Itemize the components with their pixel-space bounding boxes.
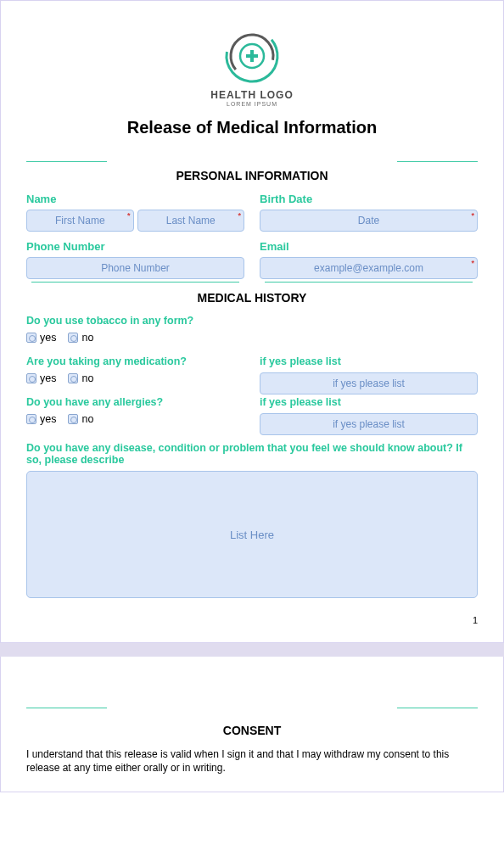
allergies-list-label: if yes please list <box>260 396 478 408</box>
tobacco-no-radio[interactable]: no <box>68 332 93 344</box>
logo: HEALTH LOGO LOREM IPSUM <box>26 26 478 109</box>
phone-placeholder: Phone Number <box>101 262 170 274</box>
radio-icon <box>26 414 36 424</box>
phone-label: Phone Number <box>26 240 244 253</box>
first-name-input[interactable]: First Name * <box>26 210 134 232</box>
birthdate-label: Birth Date <box>260 193 478 205</box>
disease-placeholder: List Here <box>230 529 274 541</box>
section-divider <box>26 161 478 162</box>
radio-icon <box>68 373 78 383</box>
logo-subtext: LOREM IPSUM <box>210 101 293 107</box>
radio-icon <box>68 414 78 424</box>
allergies-no-radio[interactable]: no <box>68 413 93 425</box>
health-logo-icon <box>222 26 282 86</box>
disease-textarea[interactable]: List Here <box>26 471 478 598</box>
medication-question: Are you taking any medication? <box>26 355 244 367</box>
last-name-input[interactable]: Last Name * <box>137 210 245 232</box>
page-title: Release of Medical Information <box>26 118 478 137</box>
page-number: 1 <box>26 615 478 625</box>
allergies-yes-radio[interactable]: yes <box>26 413 56 425</box>
radio-icon <box>26 373 36 383</box>
email-label: Email <box>260 240 478 253</box>
medication-list-placeholder: if yes please list <box>333 378 405 389</box>
tobacco-question: Do you use tobacco in any form? <box>26 315 478 327</box>
consent-text: I understand that this release is valid … <box>26 747 478 775</box>
personal-info-heading: PERSONAL INFORMATION <box>26 169 478 182</box>
medical-history-heading: MEDICAL HISTORY <box>26 291 478 305</box>
first-name-placeholder: First Name <box>55 215 105 227</box>
birthdate-input[interactable]: Date * <box>260 210 478 232</box>
name-label: Name <box>26 193 244 205</box>
radio-icon <box>68 333 78 343</box>
birthdate-placeholder: Date <box>358 215 379 227</box>
section-divider <box>26 708 478 708</box>
logo-text: HEALTH LOGO <box>210 89 293 101</box>
allergies-question: Do you have any allergies? <box>26 396 244 408</box>
email-placeholder: example@example.com <box>314 262 423 274</box>
consent-heading: CONSENT <box>26 724 478 737</box>
svg-rect-4 <box>246 54 258 58</box>
email-input[interactable]: example@example.com * <box>260 257 478 279</box>
allergies-list-placeholder: if yes please list <box>333 418 405 430</box>
disease-question: Do you have any disease, condition or pr… <box>26 442 478 466</box>
medication-yes-radio[interactable]: yes <box>26 372 56 384</box>
medication-list-input[interactable]: if yes please list <box>260 372 478 394</box>
last-name-placeholder: Last Name <box>166 215 216 227</box>
page-separator <box>0 643 504 657</box>
medication-list-label: if yes please list <box>260 355 478 367</box>
radio-icon <box>26 333 36 343</box>
page-1: HEALTH LOGO LOREM IPSUM Release of Medic… <box>0 0 504 643</box>
phone-input[interactable]: Phone Number <box>26 257 244 279</box>
page-2: CONSENT I understand that this release i… <box>0 657 504 792</box>
allergies-list-input[interactable]: if yes please list <box>260 413 478 435</box>
medication-no-radio[interactable]: no <box>68 372 93 384</box>
tobacco-yes-radio[interactable]: yes <box>26 332 56 344</box>
